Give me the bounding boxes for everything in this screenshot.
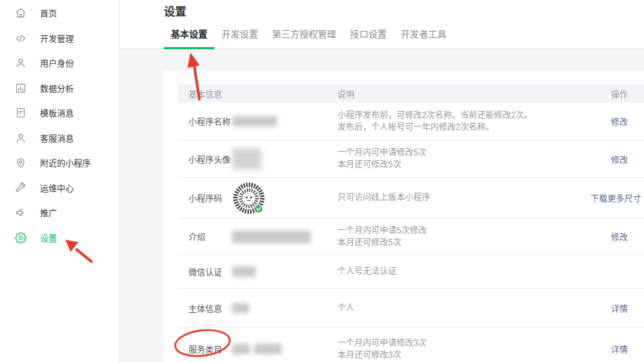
sidebar-nav: 首页开发管理用户身份数据分析模板消息客服消息附近的小程序运维中心推广设置 xyxy=(0,1,119,250)
home-icon xyxy=(15,7,27,19)
description-line: 一个月内可申请5次修改 xyxy=(337,225,591,237)
redacted-avatar-image xyxy=(232,148,262,169)
row-description-wechat-verify: 个人号无法认证 xyxy=(337,266,591,278)
description-line: 个人号无法认证 xyxy=(337,266,591,278)
redacted-text-block xyxy=(254,344,282,354)
basic-info-table: 基本信息 说明 操作 小程序名称小程序发布前，可修改2次名称。当前还能修改2次。… xyxy=(164,70,644,362)
wrench-icon xyxy=(15,182,27,194)
description-line: 一个月内可申请修改5次 xyxy=(337,147,591,159)
sidebar-item-ops-center[interactable]: 运维中心 xyxy=(0,176,119,201)
table-row-avatar: 小程序头像一个月内可申请修改5次本月还可修改5次修改 xyxy=(178,141,644,178)
row-value-avatar xyxy=(232,148,262,169)
row-description-intro: 一个月内可申请5次修改本月还可修改5次 xyxy=(337,225,591,249)
sidebar-item-promotion[interactable]: 推广 xyxy=(0,200,119,226)
description-line: 发布后，个人帐号可一年内修改2次名称。 xyxy=(337,122,591,134)
row-value-name xyxy=(232,116,277,127)
main-content: 设置 基本设置开发设置第三方授权管理接口设置开发者工具 基本信息 说明 操作 小… xyxy=(120,0,644,362)
megaphone-icon xyxy=(15,207,27,219)
description-line: 本月还可修改3次 xyxy=(337,349,591,361)
sidebar-item-label: 数据分析 xyxy=(40,82,74,94)
action-link-name[interactable]: 修改 xyxy=(611,117,628,127)
content-header: 设置 基本设置开发设置第三方授权管理接口设置开发者工具 xyxy=(120,0,644,49)
sidebar-item-label: 首页 xyxy=(40,7,57,19)
row-label-wechat-verify: 微信认证 xyxy=(188,266,232,278)
row-description-avatar: 一个月内可申请修改5次本月还可修改5次 xyxy=(337,147,591,171)
table-header-row: 基本信息 说明 操作 xyxy=(178,84,644,103)
sidebar-item-nearby-miniprogram[interactable]: 附近的小程序 xyxy=(0,150,119,176)
description-line: 本月还可修改5次 xyxy=(337,159,591,171)
sidebar-item-label: 开发管理 xyxy=(40,32,74,44)
tab-dev-settings[interactable]: 开发设置 xyxy=(214,25,265,49)
analytics-icon xyxy=(15,82,27,94)
table-row-wechat-verify: 微信认证个人号无法认证 xyxy=(178,255,644,289)
mini-program-code-image xyxy=(232,181,266,215)
sidebar-item-label: 设置 xyxy=(40,232,57,244)
redacted-text-block xyxy=(232,231,311,243)
action-link-intro[interactable]: 修改 xyxy=(611,233,628,243)
row-label-intro: 介绍 xyxy=(188,231,232,243)
sidebar-item-label: 附近的小程序 xyxy=(40,157,91,169)
sidebar-item-analytics[interactable]: 数据分析 xyxy=(0,76,119,101)
sidebar-item-service-message[interactable]: 客服消息 xyxy=(0,126,119,151)
sidebar-item-label: 用户身份 xyxy=(40,57,74,69)
app-root: 首页开发管理用户身份数据分析模板消息客服消息附近的小程序运维中心推广设置 设置 … xyxy=(0,0,644,362)
row-description-qrcode: 只可访问线上版本小程序 xyxy=(337,192,591,204)
settings-panel: 基本信息 说明 操作 小程序名称小程序发布前，可修改2次名称。当前还能修改2次。… xyxy=(164,70,644,362)
table-row-intro: 介绍一个月内可申请5次修改本月还可修改5次修改 xyxy=(178,219,644,255)
row-label-subject-info: 主体信息 xyxy=(188,302,232,314)
sidebar-item-settings[interactable]: 设置 xyxy=(0,226,119,251)
action-link-subject-info[interactable]: 详情 xyxy=(611,304,628,314)
row-value-qrcode xyxy=(232,181,266,215)
action-link-avatar[interactable]: 修改 xyxy=(611,155,628,165)
page-title: 设置 xyxy=(164,0,644,20)
sidebar-item-label: 运维中心 xyxy=(40,182,74,194)
sidebar-item-label: 模板消息 xyxy=(40,107,74,119)
sidebar-item-label: 推广 xyxy=(40,207,57,219)
tab-third-party-auth[interactable]: 第三方授权管理 xyxy=(265,25,343,49)
sidebar-item-user-identity[interactable]: 用户身份 xyxy=(0,51,119,76)
row-description-subject-info: 个人 xyxy=(337,302,591,314)
action-link-qrcode[interactable]: 下载更多尺寸 xyxy=(591,194,641,204)
sidebar-item-template-message[interactable]: 模板消息 xyxy=(0,101,119,126)
row-label-qrcode: 小程序码 xyxy=(188,192,232,204)
tab-api-settings[interactable]: 接口设置 xyxy=(343,25,394,49)
tab-bar: 基本设置开发设置第三方授权管理接口设置开发者工具 xyxy=(164,25,453,49)
row-label-name: 小程序名称 xyxy=(188,115,232,127)
description-line: 只可访问线上版本小程序 xyxy=(337,192,591,204)
gear-icon xyxy=(15,232,27,244)
row-description-service-category: 一个月内可申请修改3次本月还可修改3次 xyxy=(337,337,591,361)
table-row-name: 小程序名称小程序发布前，可修改2次名称。当前还能修改2次。发布后，个人帐号可一年… xyxy=(178,103,644,141)
column-header-action: 操作 xyxy=(591,88,644,100)
row-value-wechat-verify xyxy=(232,266,256,277)
redacted-text-block xyxy=(232,266,256,277)
tab-basic-settings[interactable]: 基本设置 xyxy=(164,25,214,49)
row-value-subject-info xyxy=(232,303,249,313)
description-line: 个人 xyxy=(337,302,591,314)
nearby-icon xyxy=(15,157,27,169)
redacted-text-block xyxy=(232,303,249,313)
row-value-service-category xyxy=(232,344,282,354)
customer-service-icon xyxy=(15,132,27,144)
code-icon xyxy=(15,32,27,44)
tab-dev-tools[interactable]: 开发者工具 xyxy=(394,25,453,49)
table-row-service-category: 服务类目一个月内可申请修改3次本月还可修改3次详情 xyxy=(178,328,644,362)
user-icon xyxy=(15,57,27,69)
column-header-basic-info: 基本信息 xyxy=(188,88,337,100)
description-line: 本月还可修改5次 xyxy=(337,237,591,249)
action-link-service-category[interactable]: 详情 xyxy=(611,345,628,355)
description-line: 小程序发布前，可修改2次名称。当前还能修改2次。 xyxy=(337,110,591,122)
sidebar-item-label: 客服消息 xyxy=(40,132,74,144)
column-header-description: 说明 xyxy=(337,88,591,100)
redacted-text-block xyxy=(232,116,277,127)
row-label-avatar: 小程序头像 xyxy=(188,153,232,165)
sidebar: 首页开发管理用户身份数据分析模板消息客服消息附近的小程序运维中心推广设置 xyxy=(0,0,120,362)
row-value-intro xyxy=(232,231,311,243)
row-label-service-category: 服务类目 xyxy=(188,343,232,355)
sidebar-item-home[interactable]: 首页 xyxy=(0,1,119,26)
row-description-name: 小程序发布前，可修改2次名称。当前还能修改2次。发布后，个人帐号可一年内修改2次… xyxy=(337,110,591,134)
redacted-text-block xyxy=(232,344,250,354)
table-row-qrcode: 小程序码 只可访问线上版本小程序下载更多尺寸 xyxy=(178,178,644,219)
description-line: 一个月内可申请修改3次 xyxy=(337,337,591,349)
sidebar-item-dev-manage[interactable]: 开发管理 xyxy=(0,26,119,51)
template-message-icon xyxy=(15,107,27,119)
